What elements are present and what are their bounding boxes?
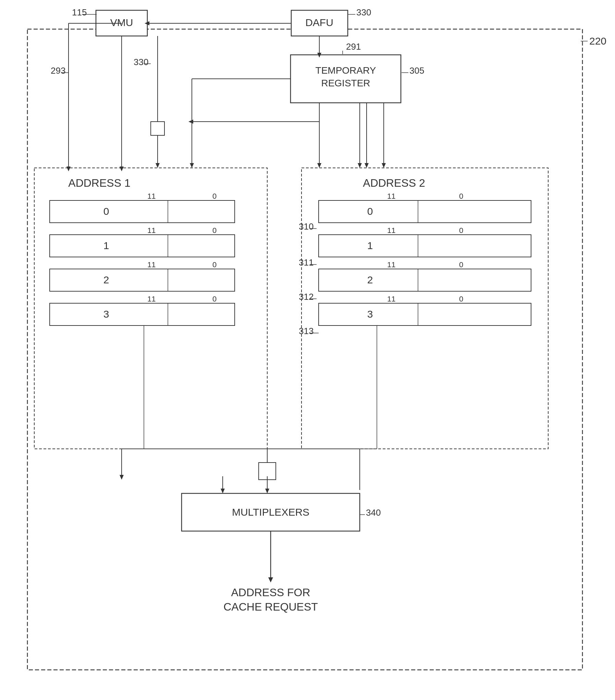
ref-115: 115	[72, 7, 87, 17]
a2-r2-left: 11	[387, 260, 395, 269]
a2-r1-right: 0	[459, 226, 463, 235]
a1-r2-val: 2	[103, 274, 109, 285]
output-label-line2: CACHE REQUEST	[223, 601, 318, 613]
a2-r2-val: 2	[367, 274, 373, 285]
a1-r1-val: 1	[103, 240, 109, 251]
a1-r0-right: 0	[212, 192, 217, 200]
ref-310: 310	[299, 221, 313, 232]
a2-r3-right: 0	[459, 295, 463, 303]
ref-312: 312	[299, 292, 313, 302]
a1-r0-val: 0	[103, 206, 109, 217]
circuit-diagram: 220 VMU 115 DAFU 330 TEMPORARY REGISTER …	[0, 0, 615, 700]
a1-r3-left: 11	[147, 295, 156, 303]
a2-r3-left: 11	[387, 295, 395, 303]
output-label-line1: ADDRESS FOR	[231, 586, 310, 599]
a1-r1-left: 11	[147, 226, 156, 235]
a2-r0-left: 11	[387, 192, 395, 200]
a2-r0-val: 0	[367, 206, 373, 217]
a2-r0-right: 0	[459, 192, 463, 200]
a2-r1-val: 1	[367, 240, 373, 251]
ref-330-line: 330	[134, 57, 148, 67]
svg-rect-44	[319, 235, 531, 257]
a1-r3-val: 3	[103, 308, 109, 320]
ref-293: 293	[51, 65, 65, 76]
diagram-container: 220 VMU 115 DAFU 330 TEMPORARY REGISTER …	[0, 0, 615, 700]
svg-rect-37	[50, 269, 235, 291]
svg-rect-47	[319, 269, 531, 291]
svg-rect-39	[50, 303, 235, 326]
ref-313: 313	[299, 326, 313, 336]
ref-220: 220	[589, 35, 606, 47]
svg-rect-28	[151, 122, 164, 135]
temp-register-label-line1: TEMPORARY	[316, 65, 376, 76]
ref-340: 340	[366, 507, 381, 518]
dafu-label: DAFU	[305, 17, 333, 28]
svg-rect-33	[50, 200, 235, 223]
a1-r2-left: 11	[147, 260, 156, 269]
ref-330-dafu: 330	[356, 7, 371, 17]
vmu-label: VMU	[110, 17, 133, 28]
a1-r2-right: 0	[212, 260, 217, 269]
ref-311: 311	[299, 257, 313, 268]
a1-r1-right: 0	[212, 226, 217, 235]
svg-rect-50	[319, 303, 531, 326]
a1-r0-left: 11	[147, 192, 156, 200]
address2-label: ADDRESS 2	[363, 177, 425, 189]
mux-label: MULTIPLEXERS	[232, 506, 309, 518]
a2-r1-left: 11	[387, 226, 395, 235]
ref-305: 305	[409, 65, 424, 76]
temp-register-label-line2: REGISTER	[321, 78, 370, 88]
address1-label: ADDRESS 1	[68, 177, 130, 189]
svg-rect-41	[319, 200, 531, 223]
ref-291: 291	[346, 41, 361, 52]
a2-r3-val: 3	[367, 308, 373, 320]
a1-r3-right: 0	[212, 295, 217, 303]
svg-rect-35	[50, 235, 235, 257]
a2-r2-right: 0	[459, 260, 463, 269]
